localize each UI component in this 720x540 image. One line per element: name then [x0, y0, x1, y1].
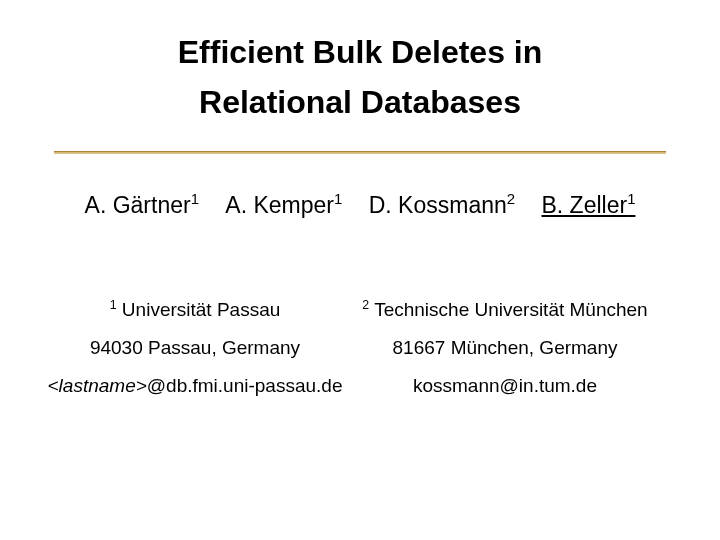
author-1: A. Gärtner1	[85, 189, 199, 221]
slide-title: Efficient Bulk Deletes in Relational Dat…	[0, 0, 720, 151]
affil1-name: Universität Passau	[117, 299, 281, 320]
affil2-name-line: 2 Technische Universität München	[350, 291, 660, 329]
affil1-sup: 1	[110, 298, 117, 312]
horizontal-rule	[54, 151, 666, 153]
affil1-email-prefix: <lastname>	[48, 375, 147, 396]
title-line-2: Relational Databases	[199, 84, 521, 120]
author-1-sup: 1	[191, 191, 199, 208]
affil1-name-line: 1 Universität Passau	[40, 291, 350, 329]
author-3-sup: 2	[507, 191, 515, 208]
affil2-email: kossmann@in.tum.de	[350, 367, 660, 405]
author-2: A. Kemper1	[225, 189, 342, 221]
author-list: A. Gärtner1 A. Kemper1 D. Kossmann2 B. Z…	[0, 189, 720, 221]
author-4-presenter: B. Zeller1	[541, 189, 635, 221]
title-line-1: Efficient Bulk Deletes in	[178, 34, 543, 70]
author-1-name: A. Gärtner	[85, 192, 191, 218]
author-4-sup: 1	[627, 191, 635, 208]
affiliation-1: 1 Universität Passau 94030 Passau, Germa…	[40, 291, 350, 405]
affil2-address: 81667 München, Germany	[350, 329, 660, 367]
author-3: D. Kossmann2	[369, 189, 515, 221]
author-2-name: A. Kemper	[225, 192, 334, 218]
affiliation-2: 2 Technische Universität München 81667 M…	[350, 291, 660, 405]
author-2-sup: 1	[334, 191, 342, 208]
affiliations: 1 Universität Passau 94030 Passau, Germa…	[40, 291, 660, 405]
author-4-name: B. Zeller	[541, 192, 627, 218]
author-3-name: D. Kossmann	[369, 192, 507, 218]
affil1-email: <lastname>@db.fmi.uni-passau.de	[40, 367, 350, 405]
affil1-address: 94030 Passau, Germany	[40, 329, 350, 367]
affil2-name: Technische Universität München	[369, 299, 647, 320]
affil1-email-suffix: @db.fmi.uni-passau.de	[147, 375, 343, 396]
